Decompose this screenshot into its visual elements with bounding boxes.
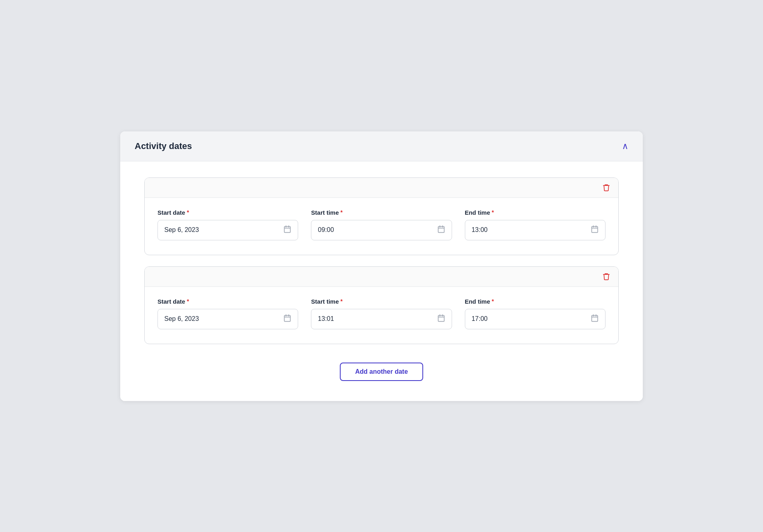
- card-2-start-time-group: Start time * 13:01: [311, 298, 452, 329]
- date-card-1: Start date * Sep 6, 2023: [144, 177, 619, 255]
- card-1-start-time-label: Start time *: [311, 209, 452, 216]
- add-date-container: Add another date: [144, 359, 619, 381]
- card-2-start-date-value: Sep 6, 2023: [164, 315, 283, 322]
- card-2-end-time-required: *: [492, 298, 494, 304]
- card-1-end-time-required: *: [492, 209, 494, 216]
- card-1-start-time-calendar-icon[interactable]: [437, 225, 445, 235]
- date-card-1-header: [145, 178, 618, 198]
- card-2-start-time-required: *: [341, 298, 343, 304]
- card-1-start-date-label: Start date *: [157, 209, 298, 216]
- card-1-end-time-group: End time * 13:00: [465, 209, 606, 240]
- card-1-start-date-value: Sep 6, 2023: [164, 226, 283, 234]
- card-1-start-date-group: Start date * Sep 6, 2023: [157, 209, 298, 240]
- card-2-start-time-label: Start time *: [311, 298, 452, 305]
- card-1-start-date-required: *: [187, 209, 189, 216]
- delete-card-2-button[interactable]: [602, 272, 610, 282]
- card-1-start-time-input[interactable]: 09:00: [311, 220, 452, 240]
- card-1-end-time-value: 13:00: [472, 226, 591, 234]
- svg-rect-0: [285, 226, 291, 232]
- card-2-start-time-input[interactable]: 13:01: [311, 309, 452, 329]
- card-2-end-time-input[interactable]: 17:00: [465, 309, 606, 329]
- card-2-start-date-group: Start date * Sep 6, 2023: [157, 298, 298, 329]
- card-2-end-time-value: 17:00: [472, 315, 591, 322]
- delete-card-1-button[interactable]: [602, 183, 610, 193]
- card-2-start-time-value: 13:01: [318, 315, 437, 322]
- date-card-1-body: Start date * Sep 6, 2023: [145, 198, 618, 255]
- section-body: Start date * Sep 6, 2023: [120, 161, 643, 401]
- card-1-start-date-calendar-icon[interactable]: [283, 225, 291, 235]
- card-2-start-time-calendar-icon[interactable]: [437, 314, 445, 324]
- card-1-start-time-group: Start time * 09:00: [311, 209, 452, 240]
- card-2-start-date-label: Start date *: [157, 298, 298, 305]
- card-2-start-date-input[interactable]: Sep 6, 2023: [157, 309, 298, 329]
- svg-rect-20: [591, 315, 597, 321]
- card-1-end-time-input[interactable]: 13:00: [465, 220, 606, 240]
- card-1-end-time-label: End time *: [465, 209, 606, 216]
- date-card-2-body: Start date * Sep 6, 2023: [145, 287, 618, 344]
- card-2-end-time-label: End time *: [465, 298, 606, 305]
- section-header: Activity dates ∧: [120, 131, 643, 161]
- add-another-date-button[interactable]: Add another date: [340, 363, 423, 381]
- svg-rect-12: [285, 315, 291, 321]
- svg-rect-4: [438, 226, 444, 232]
- card-1-start-time-required: *: [341, 209, 343, 216]
- card-2-end-time-calendar-icon[interactable]: [591, 314, 599, 324]
- card-2-start-date-required: *: [187, 298, 189, 304]
- card-1-start-time-value: 09:00: [318, 226, 437, 234]
- svg-rect-8: [591, 226, 597, 232]
- card-2-end-time-group: End time * 17:00: [465, 298, 606, 329]
- activity-dates-section: Activity dates ∧ Start date *: [120, 131, 643, 401]
- date-card-2: Start date * Sep 6, 2023: [144, 266, 619, 344]
- date-card-2-header: [145, 267, 618, 287]
- collapse-icon[interactable]: ∧: [622, 142, 628, 151]
- card-2-start-date-calendar-icon[interactable]: [283, 314, 291, 324]
- card-1-start-date-input[interactable]: Sep 6, 2023: [157, 220, 298, 240]
- section-title: Activity dates: [135, 141, 192, 151]
- card-1-end-time-calendar-icon[interactable]: [591, 225, 599, 235]
- svg-rect-16: [438, 315, 444, 321]
